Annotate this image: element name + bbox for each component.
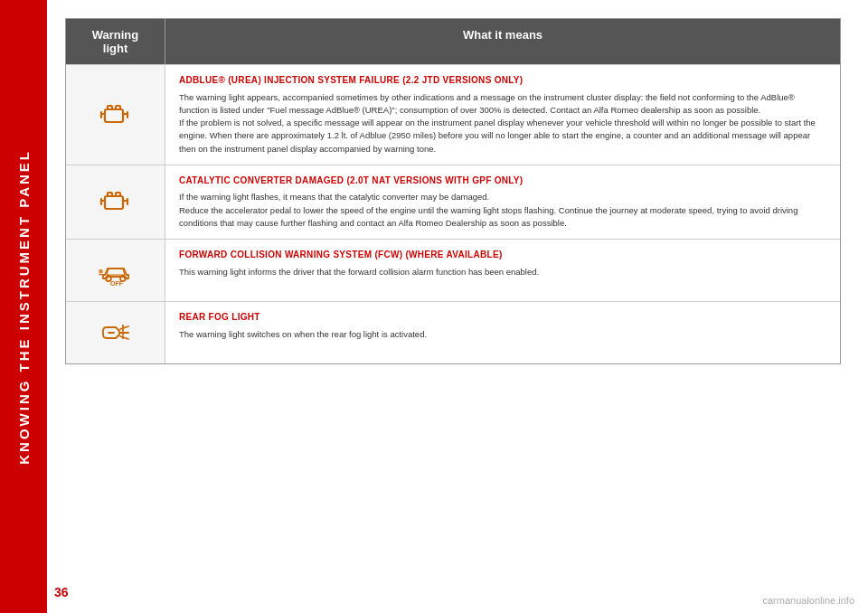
svg-line-21 (120, 326, 128, 329)
icon-cell-fog (66, 302, 165, 363)
engine-warning-icon-2 (96, 182, 136, 222)
header-warning-light: Warning light (66, 19, 165, 64)
engine-warning-icon (96, 95, 136, 135)
table-row: OFF FORWARD COLLISION WARNING SYSTEM (FC… (66, 239, 840, 301)
row-title-fog: REAR FOG LIGHT (179, 311, 826, 325)
text-cell-fog: REAR FOG LIGHT The warning light switche… (165, 302, 840, 363)
icon-cell-fcw: OFF (66, 240, 165, 301)
svg-rect-7 (105, 196, 123, 209)
row-body-fog: The warning light switches on when the r… (179, 328, 826, 341)
header-what-it-means: What it means (165, 19, 840, 64)
row-body-catalytic: If the warning light flashes, it means t… (179, 191, 826, 230)
page-wrapper: KNOWING THE INSTRUMENT PANEL Warning lig… (0, 0, 868, 613)
svg-text:OFF: OFF (110, 280, 124, 287)
table-row: REAR FOG LIGHT The warning light switche… (66, 301, 840, 363)
fcw-icon: OFF (96, 250, 136, 290)
text-cell-catalytic: CATALYTIC CONVERTER DAMAGED (2.0T NAT ve… (165, 165, 840, 239)
table-row: CATALYTIC CONVERTER DAMAGED (2.0T NAT ve… (66, 165, 840, 239)
side-title-bar: KNOWING THE INSTRUMENT PANEL (0, 0, 47, 613)
svg-line-23 (120, 336, 128, 339)
svg-rect-6 (116, 106, 120, 109)
text-cell-adblue: ADBLUE® (UREA) INJECTION SYSTEM FAILURE … (165, 65, 840, 165)
table-row: ADBLUE® (UREA) INJECTION SYSTEM FAILURE … (66, 64, 840, 165)
icon-cell-engine (66, 65, 165, 165)
row-title-catalytic: CATALYTIC CONVERTER DAMAGED (2.0T NAT ve… (179, 174, 826, 188)
row-title-fcw: FORWARD COLLISION WARNING SYSTEM (FCW) (… (179, 249, 826, 262)
svg-rect-0 (105, 109, 123, 122)
fog-light-icon (96, 313, 136, 353)
svg-rect-5 (108, 106, 112, 109)
row-body-fcw: This warning light informs the driver th… (179, 266, 826, 278)
svg-rect-13 (116, 193, 120, 196)
text-cell-fcw: FORWARD COLLISION WARNING SYSTEM (FCW) (… (165, 240, 840, 301)
table-header: Warning light What it means (66, 19, 840, 64)
page-number: 36 (54, 585, 69, 599)
row-title-adblue: ADBLUE® (UREA) INJECTION SYSTEM FAILURE … (179, 74, 826, 88)
row-body-adblue: The warning light appears, accompanied s… (179, 91, 826, 156)
main-content: Warning light What it means (47, 0, 868, 613)
icon-cell-engine2 (66, 165, 165, 239)
warning-table: Warning light What it means (65, 18, 841, 364)
watermark: carmanualonline.info (762, 595, 854, 606)
chapter-title: KNOWING THE INSTRUMENT PANEL (16, 149, 32, 465)
svg-rect-12 (108, 193, 112, 196)
